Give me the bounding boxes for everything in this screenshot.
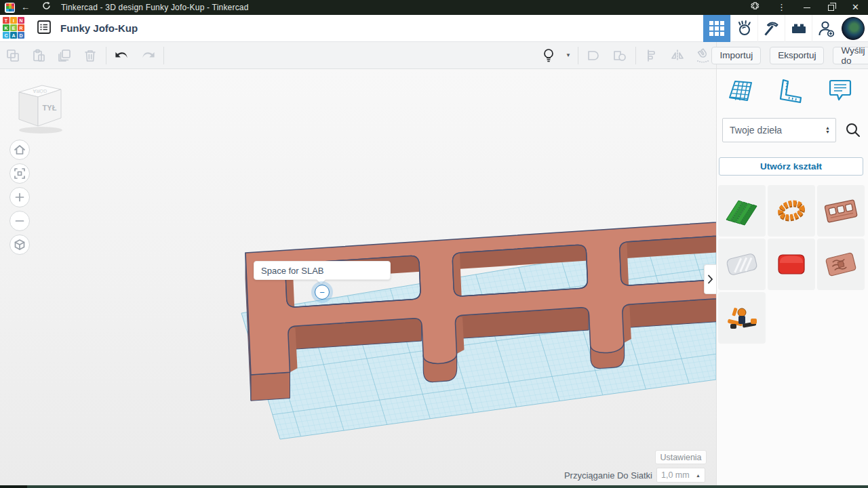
workplane-tool-button[interactable] xyxy=(728,77,753,107)
shape-thumb-figure[interactable] xyxy=(718,292,766,344)
logo-tile: I xyxy=(10,17,17,24)
shape-thumb-green-stairs[interactable] xyxy=(718,185,766,237)
note-badge[interactable]: − xyxy=(315,285,330,300)
shape-thumb-metal-plate[interactable] xyxy=(718,239,766,290)
invite-collaborator-button[interactable] xyxy=(812,15,839,42)
fit-view-button[interactable] xyxy=(9,163,30,184)
profile-avatar[interactable] xyxy=(842,17,865,40)
export-button[interactable]: Eksportuj xyxy=(770,47,824,64)
window-close-button[interactable]: ✕ xyxy=(843,0,868,15)
minecraft-export-button[interactable] xyxy=(757,15,785,42)
align-button[interactable] xyxy=(639,45,665,66)
show-all-button[interactable] xyxy=(536,45,561,66)
sim-lab-button[interactable] xyxy=(730,15,757,42)
import-export-actions: Importuj Eksportuj Wyślij do xyxy=(716,42,868,68)
plus-icon xyxy=(12,190,27,205)
snap-grid-select[interactable]: 1,0 mm ▲ xyxy=(656,468,705,483)
redo-icon xyxy=(139,47,157,64)
zoom-out-button[interactable] xyxy=(9,211,30,231)
duplicate-icon xyxy=(56,47,73,64)
window-minimize-button[interactable] xyxy=(795,0,819,15)
ruler-tool-button[interactable] xyxy=(778,77,804,107)
mirror-icon xyxy=(669,47,686,64)
magnet-icon xyxy=(694,47,712,64)
grid-icon xyxy=(709,21,724,36)
shape-category-select[interactable]: Twoje dzieła ▲ ▼ xyxy=(722,118,836,142)
sim-lab-icon xyxy=(735,19,754,38)
sort-arrows-icon: ▲ ▼ xyxy=(825,126,830,134)
snap-grid-label: Przyciąganie Do Siatki xyxy=(563,470,652,481)
shape-category-value: Twoje dzieła xyxy=(730,125,782,136)
home-view-button[interactable] xyxy=(9,140,30,160)
group-button[interactable] xyxy=(581,45,607,66)
3d-viewport[interactable]: TYŁ GÓRA xyxy=(0,69,716,485)
browser-menu-icon[interactable]: ⋮ xyxy=(768,0,795,15)
home-icon xyxy=(12,142,27,157)
document-title[interactable]: Funky Jofo-Kup xyxy=(60,22,138,34)
workplane-icon xyxy=(728,77,753,104)
tinkercad-favicon-icon xyxy=(5,3,15,13)
shape-thumb-frame-slab[interactable] xyxy=(817,185,865,237)
search-button[interactable] xyxy=(844,121,862,139)
panel-collapse-handle[interactable] xyxy=(704,264,716,294)
create-shape-button[interactable]: Utwórz kształt xyxy=(719,157,863,176)
notes-tool-button[interactable] xyxy=(827,77,853,107)
notes-icon xyxy=(827,77,853,104)
undo-icon xyxy=(113,47,131,64)
note-tooltip-text: Space for SLAB xyxy=(261,266,324,276)
browser-refresh-icon[interactable] xyxy=(36,0,57,15)
app-header: T I N K E R C A D Funky Jofo-Kup xyxy=(0,15,868,42)
ruler-icon xyxy=(778,77,804,104)
taskbar-edge xyxy=(0,485,868,488)
shape-gallery xyxy=(718,185,867,344)
delete-button[interactable] xyxy=(77,45,103,66)
ungroup-button[interactable] xyxy=(607,45,633,66)
view-cube-front-label: TYŁ xyxy=(43,104,57,112)
zoom-in-button[interactable] xyxy=(9,187,30,207)
send-to-button[interactable]: Wyślij do xyxy=(833,47,868,64)
settings-button[interactable]: Ustawienia xyxy=(655,450,707,464)
window-title: Tinkercad - 3D design Funky Jofo-Kup - T… xyxy=(61,3,249,12)
design-properties-icon[interactable] xyxy=(36,19,52,38)
lego-brick-icon xyxy=(789,19,808,38)
paste-button[interactable] xyxy=(26,45,52,66)
figure-icon xyxy=(722,298,762,338)
frame-slab-icon xyxy=(821,191,861,230)
shape-thumb-textured-plate[interactable] xyxy=(817,239,865,290)
copy-button[interactable] xyxy=(0,45,26,66)
paste-icon xyxy=(31,47,47,64)
ortho-cube-icon xyxy=(12,237,27,252)
fit-view-icon xyxy=(12,166,27,181)
metal-plate-icon xyxy=(722,245,762,284)
bracelet-icon xyxy=(772,191,811,230)
brick-export-button[interactable] xyxy=(785,15,812,42)
undo-button[interactable] xyxy=(109,45,135,66)
tinkercad-logo[interactable]: T I N K E R C A D xyxy=(3,17,25,39)
view-cube-top-label: GÓRA xyxy=(33,89,47,94)
import-button[interactable]: Importuj xyxy=(711,47,761,64)
show-all-dropdown[interactable]: ▼ xyxy=(561,45,575,66)
green-stairs-icon xyxy=(722,191,762,230)
group-icon xyxy=(585,47,603,64)
logo-tile: A xyxy=(10,32,17,39)
window-restore-button[interactable] xyxy=(819,0,843,15)
shapes-sidebar: Twoje dzieła ▲ ▼ Utwórz kształt xyxy=(716,69,868,485)
browser-extension-icon[interactable] xyxy=(742,0,768,15)
logo-tile: K xyxy=(3,24,9,31)
browser-back-icon[interactable]: ← xyxy=(15,0,36,15)
duplicate-button[interactable] xyxy=(52,45,77,66)
textured-plate-icon xyxy=(821,245,861,284)
perspective-toggle-button[interactable] xyxy=(9,235,30,255)
trash-icon xyxy=(82,47,98,64)
view-cube[interactable]: TYŁ GÓRA xyxy=(14,79,68,136)
dashboard-grid-button[interactable] xyxy=(703,15,730,42)
search-icon xyxy=(844,121,862,139)
view-cube-left-face[interactable] xyxy=(19,92,38,126)
shape-thumb-red-box[interactable] xyxy=(768,239,815,290)
ungroup-icon xyxy=(611,47,629,64)
mirror-button[interactable] xyxy=(665,45,690,66)
shape-thumb-bracelet[interactable] xyxy=(768,185,815,237)
redo-button[interactable] xyxy=(135,45,161,66)
chevron-right-icon xyxy=(707,274,713,284)
logo-tile: D xyxy=(18,32,24,39)
